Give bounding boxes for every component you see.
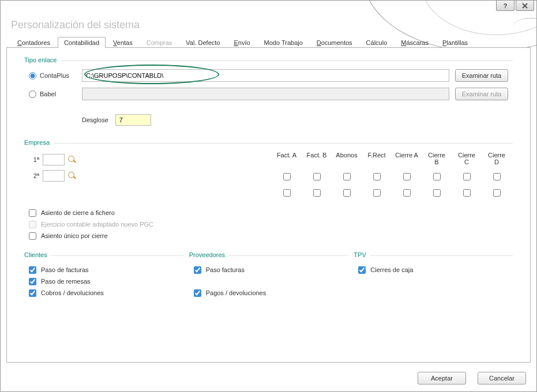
tab-contadores[interactable]: Contadores	[11, 37, 57, 48]
radio-contaplus-label[interactable]: ContaPlus	[29, 72, 82, 80]
chk-2-abonos[interactable]	[343, 189, 351, 197]
empresa-2-label: 2ª	[29, 172, 39, 179]
chk-clientes-cobros-dev[interactable]	[29, 289, 36, 297]
page-title: Personalización del sistema	[11, 19, 140, 31]
babel-path-input	[82, 88, 449, 100]
tab-compras: Compras	[140, 37, 179, 48]
chk-1-cierreD[interactable]	[493, 173, 501, 180]
legend-clientes: Clientes	[24, 251, 51, 258]
lbl-clientes-paso-facturas: Paso de facturas	[41, 266, 89, 273]
lbl-asiento-unico: Asiento único por cierre	[41, 232, 108, 239]
tab-content: Tipo enlace ContaPlus Examinar ruta Babe…	[6, 48, 531, 363]
radio-babel-label[interactable]: Babel	[29, 91, 82, 98]
tab-ventas[interactable]: Ventas	[107, 37, 139, 48]
chk-ejercicio-pgc	[29, 221, 36, 228]
col-cierreD: Cierre D	[485, 152, 508, 165]
group-proveedores: Proveedores Paso facturas . Pagos / devo…	[189, 255, 348, 306]
tab-documentos[interactable]: Documentos	[310, 37, 359, 48]
radio-contaplus-text: ContaPlus	[40, 72, 69, 79]
chk-1-cierreA[interactable]	[403, 173, 411, 180]
chk-1-cierreB[interactable]	[433, 173, 441, 180]
chk-prov-paso-facturas[interactable]	[194, 266, 201, 274]
examinar-ruta-contaplus[interactable]: Examinar ruta	[455, 69, 508, 82]
tab-modotrabajo[interactable]: Modo Trabajo	[258, 37, 309, 48]
chk-1-factB[interactable]	[313, 173, 321, 180]
group-empresa: Empresa 1ª 2ª Fact. A Fact. B Abo	[24, 143, 513, 248]
empresa-grid-row-2	[275, 185, 508, 201]
chk-tpv-cierres-caja[interactable]	[358, 266, 366, 274]
chk-2-cierreB[interactable]	[433, 189, 441, 197]
tab-envio[interactable]: Envío	[227, 37, 256, 48]
empresa-grid-header: Fact. A Fact. B Abonos F.Rect Cierre A C…	[275, 152, 508, 165]
tab-plantillas[interactable]: Plantillas	[436, 37, 474, 48]
chk-2-cierreA[interactable]	[403, 189, 411, 197]
desglose-label: Desglose	[82, 116, 108, 123]
legend-empresa: Empresa	[24, 139, 53, 146]
empresa-2-input[interactable]	[43, 170, 65, 182]
chk-2-factA[interactable]	[283, 189, 291, 197]
lbl-clientes-cobros-dev: Cobros / devoluciones	[41, 289, 104, 296]
col-frect: F.Rect	[365, 152, 388, 165]
search-icon[interactable]	[68, 172, 76, 180]
empresa-1-label: 1ª	[29, 156, 39, 163]
chk-asiento-cierre-fichero[interactable]	[29, 209, 36, 217]
aceptar-button[interactable]: Aceptar	[418, 372, 466, 385]
empresa-grid-row-1	[275, 169, 508, 185]
chk-clientes-paso-remesas[interactable]	[29, 278, 36, 285]
legend-tipo-enlace: Tipo enlace	[24, 56, 60, 63]
legend-tpv: TPV	[354, 251, 369, 258]
legend-proveedores: Proveedores	[189, 251, 228, 258]
chk-1-factA[interactable]	[283, 173, 291, 180]
lbl-prov-pagos-dev: Pagos / devoluciones	[206, 289, 266, 296]
tab-valdefecto[interactable]: Val. Defecto	[179, 37, 226, 48]
lbl-clientes-paso-remesas: Paso de remesas	[41, 278, 91, 285]
tab-calculo[interactable]: Cálculo	[360, 37, 394, 48]
group-clientes: Clientes Paso de facturas Paso de remesa…	[24, 255, 183, 306]
lbl-ejercicio-pgc: Ejercicio contable adaptado nuevo PGC	[41, 221, 153, 228]
col-factA: Fact. A	[275, 152, 298, 165]
tab-mascaras[interactable]: Máscaras	[395, 37, 435, 48]
col-factB: Fact. B	[305, 152, 328, 165]
radio-babel-text: Babel	[40, 91, 56, 97]
col-cierreC: Cierre C	[455, 152, 478, 165]
chk-asiento-unico[interactable]	[29, 232, 36, 240]
group-tpv: TPV Cierres de caja	[354, 255, 513, 306]
chk-prov-pagos-dev[interactable]	[194, 289, 201, 297]
desglose-input[interactable]	[115, 114, 151, 126]
radio-contaplus[interactable]	[29, 72, 36, 80]
decor-swoosh	[513, 18, 537, 35]
col-cierreA: Cierre A	[395, 152, 418, 165]
lbl-tpv-cierres-caja: Cierres de caja	[370, 266, 413, 273]
chk-2-cierreD[interactable]	[493, 189, 501, 197]
contaplus-path-input[interactable]	[82, 69, 449, 82]
tab-contabilidad[interactable]: Contabilidad	[58, 37, 106, 48]
chk-2-cierreC[interactable]	[463, 189, 471, 197]
chk-2-factB[interactable]	[313, 189, 321, 197]
chk-1-cierreC[interactable]	[463, 173, 471, 180]
examinar-ruta-babel: Examinar ruta	[455, 88, 508, 100]
radio-babel[interactable]	[29, 91, 36, 98]
chk-1-abonos[interactable]	[343, 173, 351, 180]
close-icon	[521, 3, 528, 9]
empresa-1-input[interactable]	[43, 154, 65, 165]
chk-clientes-paso-facturas[interactable]	[29, 266, 36, 274]
close-button[interactable]	[516, 1, 534, 11]
group-tipo-enlace: Tipo enlace ContaPlus Examinar ruta Babe…	[24, 61, 513, 138]
chk-1-frect[interactable]	[373, 173, 381, 180]
lbl-asiento-cierre-fichero: Asiento de cierre a fichero	[41, 209, 115, 216]
chk-2-frect[interactable]	[373, 189, 381, 197]
lbl-prov-paso-facturas: Paso facturas	[206, 266, 245, 273]
col-cierreB: Cierre B	[425, 152, 448, 165]
tab-bar: Contadores Contabilidad Ventas Compras V…	[6, 36, 531, 48]
cancelar-button[interactable]: Cancelar	[478, 372, 526, 385]
search-icon[interactable]	[68, 156, 76, 164]
help-button[interactable]: ?	[496, 1, 515, 11]
col-abonos: Abonos	[335, 152, 358, 165]
